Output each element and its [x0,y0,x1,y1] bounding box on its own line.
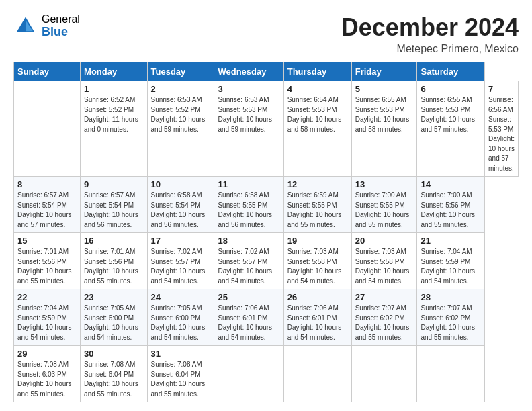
table-row: 7 Sunrise: 6:56 AMSunset: 5:53 PMDayligh… [485,81,519,177]
day-number: 26 [287,292,348,302]
table-row [283,346,351,402]
day-number: 2 [151,84,211,94]
day-number: 12 [287,179,348,189]
table-row: 21 Sunrise: 7:04 AMSunset: 5:59 PMDaylig… [417,233,485,289]
calendar-week-row: 8 Sunrise: 6:57 AMSunset: 5:54 PMDayligh… [14,177,519,233]
calendar-week-row: 29 Sunrise: 7:08 AMSunset: 6:03 PMDaylig… [14,346,519,402]
day-info: Sunrise: 7:05 AMSunset: 6:00 PMDaylight:… [151,304,211,342]
month-title: December 2024 [341,13,519,42]
day-info: Sunrise: 7:00 AMSunset: 5:56 PMDaylight:… [420,191,481,230]
header-friday: Friday [351,62,417,81]
day-info: Sunrise: 7:04 AMSunset: 5:59 PMDaylight:… [17,304,77,342]
day-number: 13 [355,179,414,189]
table-row: 29 Sunrise: 7:08 AMSunset: 6:03 PMDaylig… [14,346,81,402]
day-info: Sunrise: 7:01 AMSunset: 5:56 PMDaylight:… [17,247,77,286]
table-row: 19 Sunrise: 7:03 AMSunset: 5:58 PMDaylig… [283,233,351,289]
day-number: 22 [17,292,77,302]
table-row: 24 Sunrise: 7:05 AMSunset: 6:00 PMDaylig… [147,289,214,346]
logo: General Blue [13,13,80,38]
day-number: 14 [420,179,481,189]
day-number: 17 [151,236,211,246]
location-subtitle: Metepec Primero, Mexico [341,43,519,55]
table-row: 22 Sunrise: 7:04 AMSunset: 5:59 PMDaylig… [14,289,81,346]
day-info: Sunrise: 6:53 AMSunset: 5:52 PMDaylight:… [151,95,211,134]
day-info: Sunrise: 7:04 AMSunset: 5:59 PMDaylight:… [420,247,481,286]
table-row: 6 Sunrise: 6:55 AMSunset: 5:53 PMDayligh… [417,81,485,177]
day-number: 7 [488,84,515,94]
day-number: 25 [218,292,279,302]
day-number: 27 [355,292,414,302]
day-number: 6 [420,84,481,94]
header-sunday: Sunday [14,62,81,81]
day-number: 20 [355,236,414,246]
table-row [417,346,485,402]
day-info: Sunrise: 7:02 AMSunset: 5:57 PMDaylight:… [151,247,211,286]
table-row [214,346,283,402]
day-info: Sunrise: 6:58 AMSunset: 5:55 PMDaylight:… [218,191,279,230]
table-row: 31 Sunrise: 7:08 AMSunset: 6:04 PMDaylig… [147,346,214,402]
day-number: 15 [17,236,77,246]
day-number: 8 [17,179,77,189]
day-number: 5 [355,84,414,94]
header-monday: Monday [81,62,147,81]
day-info: Sunrise: 6:52 AMSunset: 5:52 PMDaylight:… [84,95,143,134]
day-info: Sunrise: 7:00 AMSunset: 5:55 PMDaylight:… [355,191,414,230]
logo-blue: Blue [42,26,80,39]
day-number: 19 [287,236,348,246]
table-row: 15 Sunrise: 7:01 AMSunset: 5:56 PMDaylig… [14,233,81,289]
table-row: 1 Sunrise: 6:52 AMSunset: 5:52 PMDayligh… [81,81,147,177]
header-wednesday: Wednesday [214,62,283,81]
table-row: 20 Sunrise: 7:03 AMSunset: 5:58 PMDaylig… [351,233,417,289]
table-row [351,346,417,402]
calendar-table: Sunday Monday Tuesday Wednesday Thursday… [13,62,519,402]
day-info: Sunrise: 7:08 AMSunset: 6:03 PMDaylight:… [17,360,77,399]
table-row: 9 Sunrise: 6:57 AMSunset: 5:54 PMDayligh… [81,177,147,233]
header-thursday: Thursday [283,62,351,81]
day-info: Sunrise: 7:08 AMSunset: 6:04 PMDaylight:… [84,360,143,399]
table-row: 14 Sunrise: 7:00 AMSunset: 5:56 PMDaylig… [417,177,485,233]
day-info: Sunrise: 7:03 AMSunset: 5:58 PMDaylight:… [287,247,348,286]
day-info: Sunrise: 7:05 AMSunset: 6:00 PMDaylight:… [84,304,143,342]
day-number: 23 [84,292,143,302]
logo-text: General Blue [42,13,80,38]
table-row: 3 Sunrise: 6:53 AMSunset: 5:53 PMDayligh… [214,81,283,177]
table-row: 11 Sunrise: 6:58 AMSunset: 5:55 PMDaylig… [214,177,283,233]
day-info: Sunrise: 6:57 AMSunset: 5:54 PMDaylight:… [17,191,77,230]
table-row: 30 Sunrise: 7:08 AMSunset: 6:04 PMDaylig… [81,346,147,402]
day-info: Sunrise: 7:06 AMSunset: 6:01 PMDaylight:… [287,304,348,342]
table-row: 26 Sunrise: 7:06 AMSunset: 6:01 PMDaylig… [283,289,351,346]
table-row: 28 Sunrise: 7:07 AMSunset: 6:02 PMDaylig… [417,289,485,346]
calendar-week-row: 15 Sunrise: 7:01 AMSunset: 5:56 PMDaylig… [14,233,519,289]
day-number: 9 [84,179,143,189]
table-row: 18 Sunrise: 7:02 AMSunset: 5:57 PMDaylig… [214,233,283,289]
table-row [14,81,81,177]
table-row: 10 Sunrise: 6:58 AMSunset: 5:54 PMDaylig… [147,177,214,233]
day-info: Sunrise: 7:02 AMSunset: 5:57 PMDaylight:… [218,247,279,286]
title-area: December 2024 Metepec Primero, Mexico [341,13,519,55]
table-row: 27 Sunrise: 7:07 AMSunset: 6:02 PMDaylig… [351,289,417,346]
table-row: 8 Sunrise: 6:57 AMSunset: 5:54 PMDayligh… [14,177,81,233]
day-number: 28 [420,292,481,302]
day-number: 18 [218,236,279,246]
calendar-header-row: Sunday Monday Tuesday Wednesday Thursday… [14,62,519,81]
header-saturday: Saturday [417,62,485,81]
table-row: 4 Sunrise: 6:54 AMSunset: 5:53 PMDayligh… [283,81,351,177]
day-number: 29 [17,349,77,359]
day-info: Sunrise: 6:53 AMSunset: 5:53 PMDaylight:… [218,95,279,134]
table-row: 16 Sunrise: 7:01 AMSunset: 5:56 PMDaylig… [81,233,147,289]
table-row: 23 Sunrise: 7:05 AMSunset: 6:00 PMDaylig… [81,289,147,346]
logo-general: General [42,13,80,26]
header-tuesday: Tuesday [147,62,214,81]
day-number: 4 [287,84,348,94]
day-number: 21 [420,236,481,246]
day-info: Sunrise: 6:55 AMSunset: 5:53 PMDaylight:… [355,95,414,134]
table-row: 25 Sunrise: 7:06 AMSunset: 6:01 PMDaylig… [214,289,283,346]
day-number: 10 [151,179,211,189]
day-info: Sunrise: 7:01 AMSunset: 5:56 PMDaylight:… [84,247,143,286]
day-info: Sunrise: 6:59 AMSunset: 5:55 PMDaylight:… [287,191,348,230]
day-number: 11 [218,179,279,189]
day-info: Sunrise: 6:57 AMSunset: 5:54 PMDaylight:… [84,191,143,230]
calendar-week-row: 1 Sunrise: 6:52 AMSunset: 5:52 PMDayligh… [14,81,519,177]
day-info: Sunrise: 6:54 AMSunset: 5:53 PMDaylight:… [287,95,348,134]
day-info: Sunrise: 6:56 AMSunset: 5:53 PMDaylight:… [488,95,515,173]
